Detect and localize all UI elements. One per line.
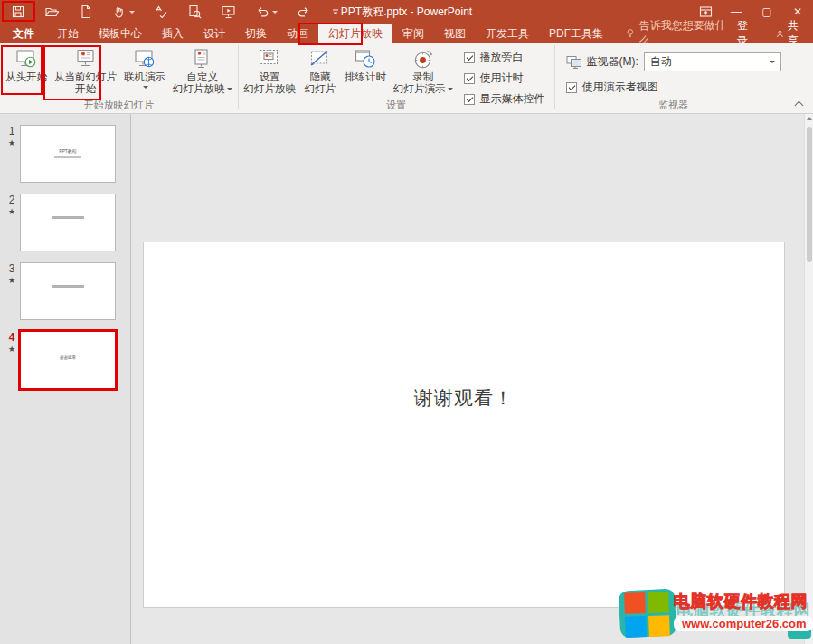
slide-2-thumbnail[interactable] <box>20 194 116 251</box>
slide-1-number: 1 <box>5 125 18 137</box>
animation-star-icon: ★ <box>5 139 18 147</box>
checkbox-checked-icon <box>464 94 475 105</box>
animation-star-icon: ★ <box>5 346 18 354</box>
slide-1-thumbnail[interactable]: PPT教程 <box>20 125 116 183</box>
from-beginning-button[interactable]: 从头开始 <box>2 43 51 83</box>
group-label-monitors: 监视器 <box>557 99 790 113</box>
redo-icon[interactable] <box>297 5 311 19</box>
flag-square-blue <box>625 616 647 638</box>
tab-pdf-tools[interactable]: PDF工具集 <box>539 24 613 43</box>
windows-flag-logo <box>624 592 670 638</box>
slide-3-thumbnail[interactable] <box>20 262 116 320</box>
tab-review[interactable]: 审阅 <box>392 24 434 43</box>
hide-slide-icon <box>308 47 332 71</box>
watermark-site-name: 电脑软硬件教程网 <box>674 591 811 612</box>
group-monitors: 监视器(M): 自动 使用演示者视图 监视器 <box>555 43 792 113</box>
record-dropdown-arrow[interactable] <box>448 88 453 90</box>
monitor-label: 监视器(M): <box>587 54 638 70</box>
tab-view[interactable]: 视图 <box>434 24 476 43</box>
ribbon: 从头开始 从当前幻灯片 开始 <box>0 43 813 114</box>
animation-star-icon: ★ <box>5 277 18 285</box>
group-start-slideshow: 从头开始 从当前幻灯片 开始 <box>0 43 238 113</box>
slide-4-thumbnail[interactable]: 谢谢观看 <box>20 331 116 389</box>
flag-square-yellow <box>648 615 670 637</box>
group-label-start-slideshow: 开始放映幻灯片 <box>2 99 236 113</box>
group-label-setup: 设置 <box>241 99 553 113</box>
undo-icon[interactable] <box>255 5 278 19</box>
collapse-ribbon-button[interactable] <box>794 99 805 109</box>
undo-dropdown-arrow[interactable] <box>272 11 278 14</box>
tab-transitions[interactable]: 切换 <box>235 24 277 43</box>
slide-1-subtitle-placeholder <box>54 156 81 158</box>
group-setup: 设置 幻灯片放映 隐藏 幻灯片 <box>239 43 554 113</box>
site-watermark: 电脑软硬件教程网 电脑软硬件教程网 www.computer26.com <box>619 590 811 642</box>
custom-slideshow-button[interactable]: 自定义 幻灯片放映 <box>169 43 236 95</box>
tab-home[interactable]: 开始 <box>47 24 89 43</box>
hide-slide-button[interactable]: 隐藏 幻灯片 <box>299 43 341 95</box>
monitor-play-icon <box>14 47 38 71</box>
use-presenter-view-checkbox[interactable]: 使用演示者视图 <box>566 80 658 95</box>
play-narrations-checkbox[interactable]: 播放旁白 <box>464 50 545 65</box>
combo-dropdown-arrow[interactable] <box>765 53 780 71</box>
powerpoint-window: PPT教程.pptx - PowerPoint — ▢ ✕ 文件 开始 模板中心… <box>0 0 813 644</box>
lightbulb-icon <box>626 27 635 40</box>
tab-slideshow[interactable]: 幻灯片放映 <box>318 24 392 43</box>
custom-show-dropdown-arrow[interactable] <box>227 88 232 90</box>
tab-design[interactable]: 设计 <box>194 24 235 43</box>
monitor-select[interactable]: 自动 <box>644 52 781 71</box>
customize-qat-icon[interactable] <box>330 6 341 17</box>
slide-2-number: 2 <box>5 194 18 206</box>
ribbon-tabs: 文件 开始 模板中心 插入 设计 切换 动画 幻灯片放映 审阅 视图 开发工具 … <box>0 24 813 43</box>
slide-thumbnail-panel: 1 ★ PPT教程 2 ★ 3 ★ <box>0 114 131 644</box>
slide-body-text[interactable]: 谢谢观看！ <box>144 385 784 411</box>
slide-4-number: 4 <box>5 331 18 344</box>
checkbox-checked-icon <box>464 73 475 84</box>
slide-1-title-text: PPT教程 <box>59 148 77 154</box>
open-folder-icon[interactable] <box>44 5 60 19</box>
present-online-dropdown-arrow[interactable] <box>143 86 148 89</box>
custom-show-icon <box>191 47 214 71</box>
tab-insert[interactable]: 插入 <box>152 24 194 43</box>
record-slideshow-button[interactable]: 录制 幻灯片演示 <box>390 43 457 95</box>
animation-star-icon: ★ <box>5 208 18 216</box>
touch-mode-dropdown-arrow[interactable] <box>129 11 135 14</box>
rehearse-timings-button[interactable]: 排练计时 <box>341 43 390 83</box>
monitor-slide-icon <box>74 47 98 71</box>
record-icon <box>411 47 435 71</box>
setup-checkboxes: 播放旁白 使用计时 显示媒体控件 <box>457 43 553 107</box>
rehearse-clock-icon <box>354 47 377 71</box>
slide-3-text-placeholder <box>52 285 84 288</box>
setup-slideshow-button[interactable]: 设置 幻灯片放映 <box>241 43 300 95</box>
use-timings-checkbox[interactable]: 使用计时 <box>464 71 545 86</box>
vertical-scrollbar[interactable] <box>804 114 813 644</box>
flag-square-red <box>624 592 646 614</box>
tab-template-center[interactable]: 模板中心 <box>89 24 152 43</box>
save-icon[interactable] <box>11 5 25 19</box>
tab-file[interactable]: 文件 <box>0 24 47 43</box>
watermark-site-url: www.computer26.com <box>674 616 813 631</box>
checkbox-checked-icon <box>566 82 577 93</box>
slide-3-number: 3 <box>5 262 18 275</box>
print-preview-icon[interactable] <box>187 5 202 19</box>
flag-square-green <box>648 592 669 613</box>
slide-4-text: 谢谢观看 <box>60 355 76 360</box>
touch-mouse-mode-icon[interactable] <box>112 5 135 19</box>
new-document-icon[interactable] <box>79 5 93 19</box>
checkbox-checked-icon <box>464 52 475 63</box>
quick-access-toolbar <box>0 5 341 19</box>
setup-show-icon <box>258 47 281 71</box>
from-current-slide-button[interactable]: 从当前幻灯片 开始 <box>51 43 120 95</box>
scrollbar-thumb[interactable] <box>807 127 812 262</box>
chevron-up-icon <box>795 101 804 110</box>
present-online-button[interactable]: 联机演示 <box>120 43 169 91</box>
tell-me-box[interactable]: 告诉我您想要做什么... <box>626 24 726 43</box>
tab-animations[interactable]: 动画 <box>277 24 318 43</box>
monitor-globe-icon <box>133 47 156 71</box>
scroll-up-arrow-icon[interactable] <box>807 117 812 120</box>
spelling-icon[interactable] <box>154 5 168 19</box>
slide-canvas[interactable]: 谢谢观看！ <box>143 242 785 608</box>
tab-developer[interactable]: 开发工具 <box>476 24 539 43</box>
slide-2-text-placeholder <box>52 216 84 219</box>
tabrow-right: 登录 共享 <box>726 24 813 43</box>
slideshow-from-beginning-icon[interactable] <box>221 5 236 19</box>
